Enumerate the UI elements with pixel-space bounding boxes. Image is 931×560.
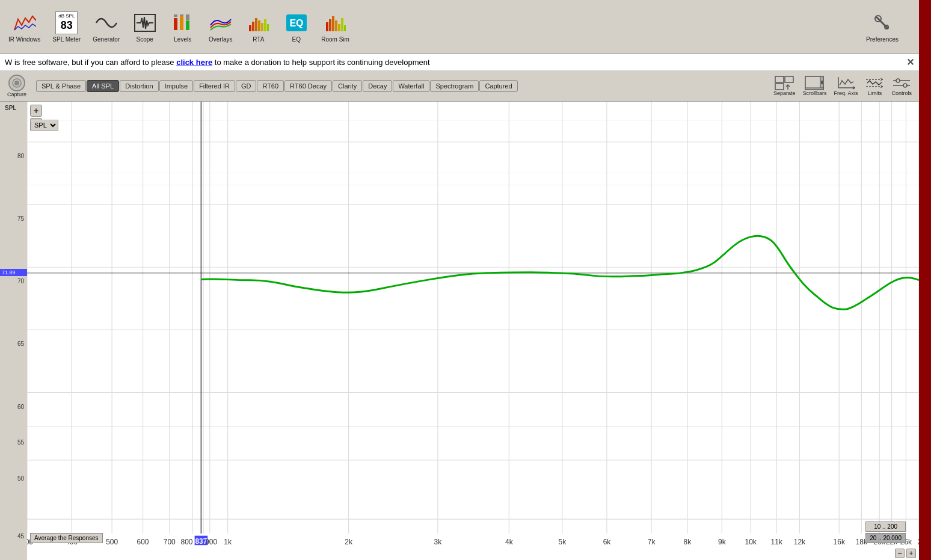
svg-point-40 xyxy=(896,79,900,82)
svg-rect-21 xyxy=(341,18,343,31)
svg-text:EQ: EQ xyxy=(289,18,303,28)
toolbar-levels[interactable]: Levels xyxy=(166,8,199,45)
y-axis: SPL 71.89 80 75 70 65 60 55 50 45 xyxy=(0,102,27,560)
svg-rect-28 xyxy=(775,76,784,82)
toolbar-preferences[interactable]: Preferences xyxy=(862,8,902,45)
tab-clarity[interactable]: Clarity xyxy=(333,80,362,92)
svg-rect-10 xyxy=(258,20,260,31)
tab-distortion[interactable]: Distortion xyxy=(120,80,158,92)
controls-button[interactable]: Controls xyxy=(889,75,914,97)
svg-text:800: 800 xyxy=(181,538,193,546)
svg-rect-16 xyxy=(326,22,328,31)
svg-text:10k: 10k xyxy=(745,538,757,546)
separate-button[interactable]: Separate xyxy=(771,75,798,97)
scrollbars-label: Scrollbars xyxy=(802,90,826,96)
freq-axis-button[interactable]: Freq. Axis xyxy=(831,75,860,97)
toolbar-overlays[interactable]: Overlays xyxy=(204,8,237,45)
svg-text:8k: 8k xyxy=(684,538,692,546)
svg-rect-8 xyxy=(252,22,254,31)
toolbar-rta[interactable]: RTA xyxy=(242,8,275,45)
chart-svg: 300 400 500 600 700 800 837 900 1k 2k 3k… xyxy=(27,102,919,548)
room-sim-label: Room Sim xyxy=(321,36,349,43)
toolbar-generator[interactable]: Generator xyxy=(89,8,123,45)
toolbar-eq[interactable]: EQ EQ xyxy=(280,8,313,45)
svg-text:500: 500 xyxy=(106,538,118,546)
svg-rect-12 xyxy=(264,19,266,31)
y-tick-45: 45 xyxy=(17,533,24,540)
svg-text:700: 700 xyxy=(164,538,176,546)
tab-spl-phase[interactable]: SPL & Phase xyxy=(36,80,86,92)
toolbar-scope[interactable]: Scope xyxy=(128,8,161,45)
zoom-in-small-button[interactable]: + xyxy=(906,549,916,558)
svg-point-41 xyxy=(903,84,907,87)
svg-rect-6 xyxy=(186,14,189,20)
limits-button[interactable]: Limits xyxy=(862,75,886,97)
svg-rect-30 xyxy=(775,84,784,90)
freq-axis-icon xyxy=(836,76,855,90)
preferences-icon xyxy=(870,11,894,35)
capture-label: Capture xyxy=(7,91,26,97)
svg-rect-5 xyxy=(180,14,183,16)
eq-icon: EQ xyxy=(284,11,309,35)
tab-gd[interactable]: GD xyxy=(236,80,257,92)
svg-rect-7 xyxy=(249,25,251,31)
tab-impulse[interactable]: Impulse xyxy=(159,80,194,92)
freq-axis-label: Freq. Axis xyxy=(834,90,858,96)
tab-spectrogram[interactable]: Spectrogram xyxy=(430,80,479,92)
controls-icon xyxy=(892,76,911,90)
y-tick-65: 65 xyxy=(17,340,24,347)
zoom-out-small-button[interactable]: − xyxy=(895,549,905,558)
tab-rt60[interactable]: RT60 xyxy=(257,80,284,92)
levels-label: Levels xyxy=(174,36,191,43)
svg-text:2k: 2k xyxy=(345,538,352,546)
svg-rect-22 xyxy=(344,25,346,31)
scrollbars-button[interactable]: Scrollbars xyxy=(800,75,829,97)
tab-captured[interactable]: Captured xyxy=(479,80,517,92)
svg-rect-13 xyxy=(267,24,269,31)
svg-rect-20 xyxy=(338,24,340,31)
svg-text:900: 900 xyxy=(205,538,217,546)
range-10-200-button[interactable]: 10 .. 200 xyxy=(865,522,906,532)
capture-button[interactable]: Capture xyxy=(5,73,29,99)
svg-text:16k: 16k xyxy=(834,538,845,546)
toolbar-ir-windows[interactable]: IR Windows xyxy=(5,8,44,45)
svg-rect-1 xyxy=(174,18,177,30)
tab-rt60-decay[interactable]: RT60 Decay xyxy=(284,80,332,92)
ir-windows-icon xyxy=(13,11,37,35)
tab-decay[interactable]: Decay xyxy=(363,80,392,92)
preferences-label: Preferences xyxy=(866,36,899,43)
notification-text: W is free software, but if you can affor… xyxy=(5,58,430,67)
ir-windows-label: IR Windows xyxy=(8,36,40,43)
svg-rect-9 xyxy=(255,18,257,31)
svg-text:4k: 4k xyxy=(505,538,513,546)
limits-icon xyxy=(865,76,884,90)
tab-bar: Capture SPL & Phase All SPL Distortion I… xyxy=(0,71,919,102)
svg-point-27 xyxy=(14,81,19,85)
svg-text:600: 600 xyxy=(137,538,149,546)
svg-rect-4 xyxy=(174,14,177,17)
toolbar-spl-meter[interactable]: dB SPL 83 SPL Meter xyxy=(49,8,84,45)
donation-link[interactable]: click here xyxy=(176,58,212,67)
chart-main[interactable]: + − SPL xyxy=(27,102,919,560)
svg-text:6k: 6k xyxy=(603,538,611,546)
separate-label: Separate xyxy=(773,90,796,96)
svg-text:12k: 12k xyxy=(794,538,805,546)
tab-filtered-ir[interactable]: Filtered IR xyxy=(194,80,235,92)
generator-icon xyxy=(94,11,118,35)
svg-text:5k: 5k xyxy=(558,538,566,546)
range-20-20000-button[interactable]: 20 .. 20.000 xyxy=(865,533,906,543)
tab-waterfall[interactable]: Waterfall xyxy=(393,80,429,92)
zoom-io-buttons: − + xyxy=(895,549,916,558)
controls-label: Controls xyxy=(891,90,912,96)
svg-text:7k: 7k xyxy=(648,538,656,546)
tab-all-spl[interactable]: All SPL xyxy=(87,80,119,92)
average-responses-button[interactable]: Average the Responses xyxy=(30,533,103,543)
y-tick-50: 50 xyxy=(17,475,24,482)
y-tick-80: 80 xyxy=(17,153,24,159)
separate-icon xyxy=(775,76,794,90)
svg-rect-34 xyxy=(805,88,823,90)
rta-label: RTA xyxy=(253,36,264,43)
notification-close-button[interactable]: ✕ xyxy=(906,57,914,68)
toolbar-room-sim[interactable]: Room Sim xyxy=(318,8,353,45)
y-tick-70: 70 xyxy=(17,278,24,285)
